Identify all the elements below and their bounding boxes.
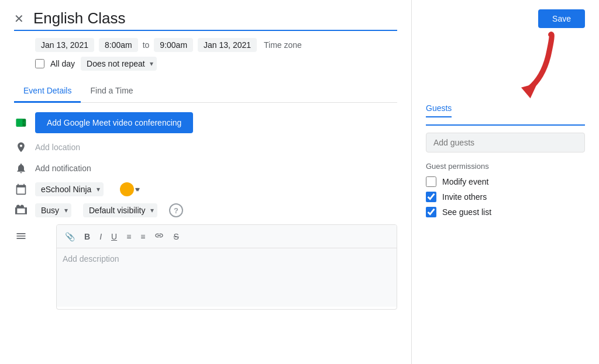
calendar-row: eSchool Ninja ▾ bbox=[14, 182, 397, 196]
main-panel: ✕ Jan 13, 2021 8:00am to 9:00am Jan 13, … bbox=[0, 0, 412, 364]
red-arrow bbox=[505, 29, 564, 99]
allday-checkbox[interactable] bbox=[35, 59, 44, 68]
visibility-select[interactable]: Default visibility Public Private bbox=[83, 203, 157, 217]
unordered-list-button[interactable]: ≡ bbox=[137, 230, 149, 244]
invite-others-row: Invite others bbox=[426, 192, 585, 202]
meet-row: Add Google Meet video conferencing bbox=[14, 112, 397, 133]
close-button[interactable]: ✕ bbox=[14, 13, 24, 25]
invite-others-checkbox[interactable] bbox=[426, 192, 436, 202]
italic-button[interactable]: I bbox=[96, 230, 105, 244]
right-panel: Save Guests Guest permissions Modify eve… bbox=[412, 0, 599, 364]
tab-find-time[interactable]: Find a Time bbox=[81, 80, 142, 103]
attach-button[interactable]: 📎 bbox=[61, 230, 78, 244]
status-wrapper: Busy Free bbox=[35, 203, 71, 217]
header-row: ✕ bbox=[14, 9, 397, 31]
visibility-wrapper: Default visibility Public Private bbox=[83, 203, 157, 217]
calendar-icon bbox=[14, 182, 28, 196]
location-input[interactable] bbox=[35, 143, 397, 152]
tabs-row: Event Details Find a Time bbox=[14, 80, 397, 103]
end-date-chip[interactable]: Jan 13, 2021 bbox=[198, 38, 257, 52]
start-time-chip[interactable]: 8:00am bbox=[99, 38, 138, 52]
ordered-list-button[interactable]: ≡ bbox=[123, 230, 135, 244]
location-row bbox=[14, 140, 397, 154]
link-button[interactable] bbox=[151, 228, 167, 244]
datetime-row: Jan 13, 2021 8:00am to 9:00am Jan 13, 20… bbox=[35, 38, 397, 52]
modify-event-checkbox[interactable] bbox=[426, 176, 436, 187]
status-select[interactable]: Busy Free bbox=[35, 203, 71, 217]
repeat-wrapper: Does not repeat Every day Every week Eve… bbox=[81, 57, 157, 71]
see-guest-list-row: See guest list bbox=[426, 207, 585, 217]
start-date-chip[interactable]: Jan 13, 2021 bbox=[35, 38, 94, 52]
repeat-dropdown[interactable]: Does not repeat Every day Every week Eve… bbox=[81, 57, 157, 71]
notification-icon bbox=[14, 161, 28, 175]
timezone-button[interactable]: Time zone bbox=[264, 40, 302, 50]
status-icon bbox=[14, 203, 28, 217]
description-area: 📎 B I U ≡ ≡ S bbox=[56, 224, 397, 310]
modify-event-label: Modify event bbox=[442, 177, 488, 186]
calendar-select[interactable]: eSchool Ninja bbox=[35, 182, 104, 196]
meet-icon bbox=[14, 116, 28, 130]
allday-label: All day bbox=[50, 59, 75, 68]
notification-label[interactable]: Add notification bbox=[35, 164, 91, 173]
underline-button[interactable]: U bbox=[108, 230, 121, 244]
see-guest-list-checkbox[interactable] bbox=[426, 207, 436, 217]
svg-rect-0 bbox=[16, 119, 23, 126]
bold-button[interactable]: B bbox=[81, 230, 94, 244]
description-input[interactable] bbox=[57, 248, 397, 307]
guest-permissions-label: Guest permissions bbox=[426, 162, 585, 171]
event-title-input[interactable] bbox=[33, 9, 397, 27]
color-dropdown-wrapper: ▾ bbox=[115, 182, 139, 196]
guests-section: Guests Guest permissions Modify event In… bbox=[426, 103, 585, 217]
tab-event-details[interactable]: Event Details bbox=[14, 80, 81, 103]
invite-others-label: Invite others bbox=[442, 192, 487, 202]
guests-tab-label[interactable]: Guests bbox=[426, 103, 452, 117]
svg-marker-1 bbox=[521, 83, 538, 98]
location-icon bbox=[14, 140, 28, 154]
end-time-chip[interactable]: 9:00am bbox=[154, 38, 193, 52]
color-circle-button[interactable] bbox=[120, 182, 134, 196]
notification-row: Add notification bbox=[14, 161, 397, 175]
description-icon bbox=[14, 229, 28, 243]
calendar-dropdown-wrapper: eSchool Ninja bbox=[35, 182, 104, 196]
formatting-bar: 📎 B I U ≡ ≡ S bbox=[57, 225, 397, 248]
strikethrough-button[interactable]: S bbox=[170, 230, 182, 244]
modify-event-row: Modify event bbox=[426, 176, 585, 187]
see-guest-list-label: See guest list bbox=[442, 207, 491, 217]
add-guests-input[interactable] bbox=[426, 133, 585, 152]
to-label: to bbox=[143, 40, 150, 50]
status-row: Busy Free Default visibility Public Priv… bbox=[14, 203, 397, 217]
description-row: 📎 B I U ≡ ≡ S bbox=[14, 224, 397, 310]
help-icon[interactable]: ? bbox=[169, 203, 183, 217]
save-button[interactable]: Save bbox=[538, 9, 585, 28]
allday-row: All day Does not repeat Every day Every … bbox=[35, 57, 397, 71]
add-meet-button[interactable]: Add Google Meet video conferencing bbox=[35, 112, 193, 133]
